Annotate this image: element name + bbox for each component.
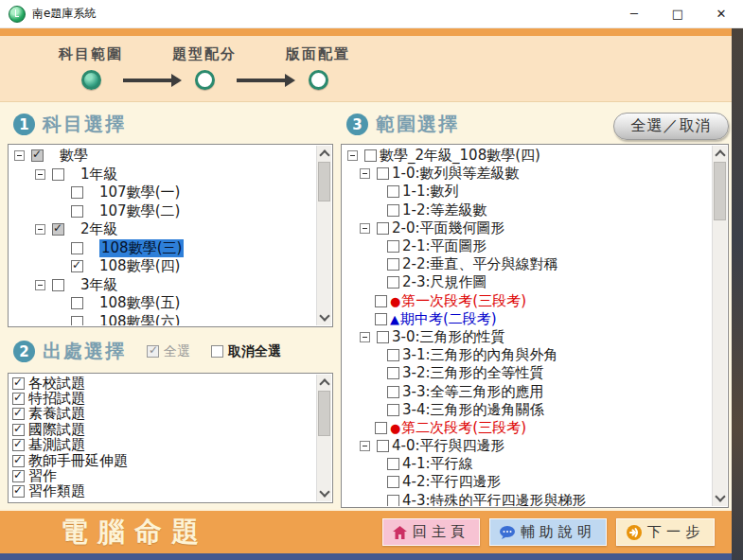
tree-item-label[interactable]: 2-0:平面幾何圖形 bbox=[392, 219, 505, 237]
tree-checkbox[interactable] bbox=[387, 276, 399, 289]
list-item-label[interactable]: 習作類題 bbox=[28, 482, 85, 500]
tree-item[interactable]: 108數學(四) bbox=[10, 257, 315, 276]
tree-item-label[interactable]: 2-2:垂直、平分與線對稱 bbox=[402, 255, 558, 273]
home-button[interactable]: 回主頁 bbox=[382, 518, 480, 546]
tree-item[interactable]: 3-1:三角形的內角與外角 bbox=[344, 346, 711, 364]
tree-item-label[interactable]: 2-3:尺規作圖 bbox=[402, 273, 487, 291]
list-item[interactable]: 教師手冊延伸題 bbox=[10, 453, 315, 468]
tree-item[interactable]: 4-1:平行線 bbox=[344, 455, 711, 473]
tree-item[interactable]: 1年級 bbox=[10, 166, 315, 184]
tree-item-label[interactable]: 108數學(五) bbox=[99, 294, 180, 312]
tree-checkbox[interactable] bbox=[377, 222, 389, 235]
tree-checkbox[interactable] bbox=[387, 367, 399, 379]
scroll-up-icon[interactable] bbox=[317, 376, 331, 390]
tree-item[interactable]: 107數學(二) bbox=[10, 202, 315, 221]
tree-item-label[interactable]: 1-1:數列 bbox=[402, 183, 459, 201]
list-checkbox[interactable] bbox=[12, 485, 25, 498]
tree-item-label[interactable]: 第二次段考(三段考) bbox=[401, 419, 526, 437]
scroll-down-icon[interactable] bbox=[317, 486, 331, 500]
tree-item[interactable]: 108數學(五) bbox=[10, 294, 315, 313]
wizard-step[interactable]: 科目範圍 bbox=[59, 45, 123, 90]
tree-checkbox[interactable] bbox=[377, 331, 389, 343]
scrollbar-thumb[interactable] bbox=[714, 162, 726, 220]
maximize-button[interactable]: □ bbox=[656, 0, 699, 27]
tree-item[interactable]: 2-3:尺規作圖 bbox=[344, 273, 711, 291]
source-list-scrollbar[interactable] bbox=[316, 375, 331, 501]
expand-toggle-icon[interactable] bbox=[360, 441, 370, 451]
scrollbar-thumb[interactable] bbox=[318, 162, 330, 201]
expand-toggle-icon[interactable] bbox=[35, 224, 45, 235]
list-item[interactable]: 習作類題 bbox=[10, 484, 315, 499]
scrollbar-thumb[interactable] bbox=[318, 391, 330, 436]
select-all-checkbox[interactable] bbox=[147, 345, 159, 358]
tree-checkbox[interactable] bbox=[52, 168, 64, 181]
tree-item[interactable]: 數學 bbox=[10, 147, 315, 166]
tree-checkbox[interactable] bbox=[387, 404, 399, 416]
tree-item[interactable]: 4-0:平行與四邊形 bbox=[344, 437, 711, 455]
wizard-step[interactable]: 版面配置 bbox=[286, 45, 350, 90]
tree-item-label[interactable]: 4-1:平行線 bbox=[402, 455, 473, 473]
close-button[interactable]: ✕ bbox=[699, 0, 743, 27]
tree-checkbox[interactable] bbox=[387, 476, 399, 488]
tree-checkbox[interactable] bbox=[375, 422, 387, 434]
tree-checkbox[interactable] bbox=[387, 185, 399, 198]
tree-item[interactable]: 3-0:三角形的性質 bbox=[344, 328, 711, 346]
tree-checkbox[interactable] bbox=[52, 223, 64, 236]
tree-checkbox[interactable] bbox=[387, 458, 399, 470]
list-checkbox[interactable] bbox=[12, 455, 25, 467]
tree-item-label[interactable]: 1年級 bbox=[80, 166, 118, 184]
tree-item-label[interactable]: 4-2:平行四邊形 bbox=[402, 473, 502, 491]
next-step-button[interactable]: 下一步 bbox=[616, 518, 715, 546]
tree-item[interactable]: 1-0:數列與等差級數 bbox=[344, 165, 711, 183]
tree-checkbox[interactable] bbox=[364, 149, 377, 162]
tree-item[interactable]: ●第二次段考(三段考) bbox=[344, 419, 711, 437]
tree-checkbox[interactable] bbox=[71, 205, 83, 218]
tree-checkbox[interactable] bbox=[71, 316, 83, 325]
tree-checkbox[interactable] bbox=[52, 279, 64, 291]
tree-item-label[interactable]: 1-0:數列與等差級數 bbox=[392, 165, 520, 183]
tree-item-label[interactable]: 3-4:三角形的邊角關係 bbox=[402, 401, 544, 419]
expand-toggle-icon[interactable] bbox=[14, 150, 25, 161]
wizard-step[interactable]: 題型配分 bbox=[172, 45, 237, 90]
tree-item[interactable]: 3-3:全等三角形的應用 bbox=[344, 382, 711, 400]
tree-item-label[interactable]: 107數學(一) bbox=[99, 184, 180, 201]
tree-item[interactable]: 1-2:等差級數 bbox=[344, 201, 711, 219]
list-checkbox[interactable] bbox=[12, 424, 25, 436]
expand-toggle-icon[interactable] bbox=[360, 168, 370, 179]
tree-item[interactable]: 4-2:平行四邊形 bbox=[344, 473, 711, 491]
tree-item[interactable]: 1-1:數列 bbox=[344, 183, 711, 201]
tree-item[interactable]: 2-0:平面幾何圖形 bbox=[344, 219, 711, 237]
tree-item-label[interactable]: 2年級 bbox=[80, 220, 118, 238]
tree-item-label[interactable]: 108數學(四) bbox=[99, 257, 180, 275]
list-checkbox[interactable] bbox=[12, 393, 25, 405]
tree-item-label[interactable]: 3年級 bbox=[80, 276, 118, 294]
tree-checkbox[interactable] bbox=[375, 295, 387, 307]
tree-checkbox[interactable] bbox=[387, 349, 399, 361]
tree-item[interactable]: 數學_2年級_108數學(四) bbox=[344, 147, 711, 165]
tree-item[interactable]: 108數學(三) bbox=[10, 239, 315, 258]
list-item[interactable]: 國際試題 bbox=[10, 422, 315, 437]
tree-checkbox[interactable] bbox=[377, 167, 389, 180]
tree-item-label[interactable]: 3-2:三角形的全等性質 bbox=[402, 364, 544, 382]
tree-item-label[interactable]: 1-2:等差級數 bbox=[402, 201, 487, 219]
list-item[interactable]: 習作 bbox=[10, 468, 315, 483]
range-tree-scrollbar[interactable] bbox=[712, 146, 727, 506]
select-all-toggle-button[interactable]: 全選／取消 bbox=[613, 113, 729, 140]
tree-item-label[interactable]: 107數學(二) bbox=[99, 202, 180, 220]
tree-checkbox[interactable] bbox=[387, 495, 399, 506]
list-checkbox[interactable] bbox=[12, 408, 25, 420]
tree-item-label[interactable]: 3-1:三角形的內角與外角 bbox=[402, 346, 558, 364]
expand-toggle-icon[interactable] bbox=[360, 223, 370, 234]
list-checkbox[interactable] bbox=[12, 470, 25, 482]
expand-toggle-icon[interactable] bbox=[347, 150, 358, 161]
tree-item[interactable]: 3年級 bbox=[10, 276, 315, 295]
tree-checkbox[interactable] bbox=[387, 258, 399, 271]
tree-checkbox[interactable] bbox=[71, 297, 83, 309]
tree-item[interactable]: ▲期中考(二段考) bbox=[344, 310, 711, 328]
tree-item[interactable]: 4-3:特殊的平行四邊形與梯形 bbox=[344, 492, 711, 506]
tree-checkbox[interactable] bbox=[71, 186, 83, 199]
list-checkbox[interactable] bbox=[12, 377, 25, 390]
tree-checkbox[interactable] bbox=[375, 313, 387, 325]
tree-item-label[interactable]: 108數學(三) bbox=[99, 239, 184, 257]
tree-checkbox[interactable] bbox=[31, 149, 44, 162]
